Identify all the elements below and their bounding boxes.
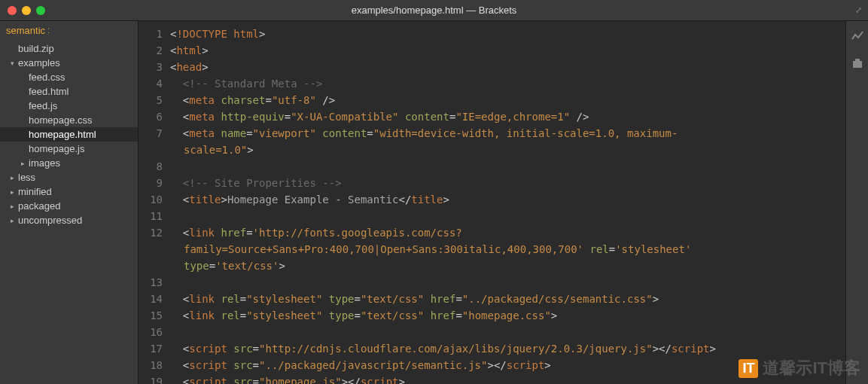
tree-item-label: build.zip (18, 43, 54, 54)
file-item[interactable]: homepage.js (0, 142, 138, 156)
disclosure-icon: ▸ (11, 188, 18, 196)
file-item[interactable]: build.zip (0, 41, 138, 56)
file-tree: build.zip▾examplesfeed.cssfeed.htmlfeed.… (0, 40, 138, 227)
line-gutter: 123456789101112131415161718192021 (139, 21, 169, 384)
code-line[interactable] (170, 274, 845, 291)
code-line[interactable]: <!-- Site Properities --> (170, 175, 845, 191)
disclosure-icon: ▸ (21, 160, 29, 167)
titlebar: examples/homepage.html — Brackets ⤢ (0, 0, 868, 21)
disclosure-icon: ▾ (11, 59, 18, 67)
svg-rect-0 (853, 61, 862, 68)
tree-item-label: uncompressed (18, 215, 82, 226)
line-number: 7 (139, 125, 163, 142)
tree-item-label: homepage.js (29, 143, 84, 154)
close-window-button[interactable] (8, 6, 17, 15)
line-number (139, 241, 163, 258)
line-number: 10 (139, 191, 163, 208)
code-line[interactable]: <!-- Standard Meta --> (170, 75, 845, 92)
project-name: semantic (6, 25, 45, 36)
zoom-window-button[interactable] (36, 6, 45, 15)
code-line[interactable]: <title>Homepage Example - Semantic</titl… (170, 191, 845, 208)
fullscreen-icon[interactable]: ⤢ (855, 5, 862, 15)
line-number: 19 (139, 373, 163, 384)
disclosure-icon: ▸ (11, 217, 18, 224)
code-line[interactable]: <link rel="stylesheet" type="text/css" h… (170, 291, 845, 307)
code-line[interactable]: <!DOCTYPE html> (170, 26, 845, 42)
code-line[interactable]: type='text/css'> (170, 258, 845, 274)
file-item[interactable]: feed.html (0, 84, 138, 99)
line-number: 12 (139, 224, 163, 241)
code-line[interactable] (170, 158, 845, 175)
folder-item[interactable]: ▾examples (0, 56, 138, 70)
file-item[interactable]: homepage.css (0, 113, 138, 127)
code-line[interactable]: <html> (170, 42, 845, 59)
dropdown-icon: ⁚ (47, 27, 50, 35)
file-item[interactable]: feed.js (0, 99, 138, 113)
extensions-icon[interactable] (851, 57, 863, 72)
tree-item-label: homepage.html (29, 129, 96, 140)
watermark: IT 道馨示IT博客 (739, 357, 860, 379)
code-editor[interactable]: 123456789101112131415161718192021 <!DOCT… (139, 21, 845, 384)
code-line[interactable] (170, 208, 845, 224)
sidebar: semantic ⁚ build.zip▾examplesfeed.cssfee… (0, 21, 139, 384)
line-number: 5 (139, 92, 163, 108)
line-number: 8 (139, 158, 163, 175)
tree-item-label: less (18, 172, 35, 183)
right-rail (845, 21, 868, 384)
main: semantic ⁚ build.zip▾examplesfeed.cssfee… (0, 21, 868, 384)
code-line[interactable]: <meta charset="utf-8" /> (170, 92, 845, 108)
line-number: 13 (139, 274, 163, 291)
live-preview-icon[interactable] (851, 30, 863, 45)
line-number (139, 258, 163, 274)
code-line[interactable]: family=Source+Sans+Pro:400,700|Open+Sans… (170, 241, 845, 258)
line-number: 2 (139, 42, 163, 59)
tree-item-label: feed.js (29, 100, 57, 111)
folder-item[interactable]: ▸images (0, 156, 138, 170)
line-number: 16 (139, 324, 163, 340)
line-number: 18 (139, 357, 163, 373)
line-number: 1 (139, 26, 163, 42)
code-line[interactable]: <script src="http://cdnjs.cloudflare.com… (170, 340, 845, 357)
window-title: examples/homepage.html — Brackets (0, 5, 868, 16)
code-line[interactable]: <link href='http://fonts.googleapis.com/… (170, 224, 845, 241)
line-number: 17 (139, 340, 163, 357)
window-controls (0, 6, 45, 15)
tree-item-label: feed.css (29, 72, 65, 83)
tree-item-label: examples (18, 57, 60, 69)
line-number: 9 (139, 175, 163, 191)
folder-item[interactable]: ▸uncompressed (0, 213, 138, 227)
tree-item-label: feed.html (29, 86, 69, 97)
code-line[interactable]: <link rel="stylesheet" type="text/css" h… (170, 307, 845, 324)
watermark-badge: IT (739, 359, 758, 378)
disclosure-icon: ▸ (11, 203, 18, 210)
line-number: 15 (139, 307, 163, 324)
line-number: 14 (139, 291, 163, 307)
line-number (139, 142, 163, 158)
tree-item-label: minified (18, 186, 52, 197)
tree-item-label: packaged (18, 200, 60, 212)
watermark-text: 道馨示IT博客 (763, 357, 860, 379)
line-number: 11 (139, 208, 163, 224)
code-line[interactable]: <head> (170, 59, 845, 75)
line-number: 3 (139, 59, 163, 75)
code-area[interactable]: <!DOCTYPE html><html><head> <!-- Standar… (169, 21, 845, 384)
line-number: 4 (139, 75, 163, 92)
svg-rect-1 (855, 59, 860, 61)
project-dropdown[interactable]: semantic ⁚ (0, 21, 138, 40)
folder-item[interactable]: ▸less (0, 170, 138, 184)
folder-item[interactable]: ▸packaged (0, 199, 138, 213)
code-line[interactable]: scale=1.0"> (170, 142, 845, 158)
tree-item-label: homepage.css (29, 114, 93, 126)
minimize-window-button[interactable] (22, 6, 31, 15)
disclosure-icon: ▸ (11, 174, 18, 181)
code-line[interactable] (170, 324, 845, 340)
folder-item[interactable]: ▸minified (0, 184, 138, 199)
line-number: 6 (139, 108, 163, 125)
tree-item-label: images (29, 157, 60, 169)
file-item[interactable]: homepage.html (0, 127, 138, 142)
file-item[interactable]: feed.css (0, 70, 138, 84)
code-line[interactable]: <meta http-equiv="X-UA-Compatible" conte… (170, 108, 845, 125)
code-line[interactable]: <meta name="viewport" content="width=dev… (170, 125, 845, 142)
